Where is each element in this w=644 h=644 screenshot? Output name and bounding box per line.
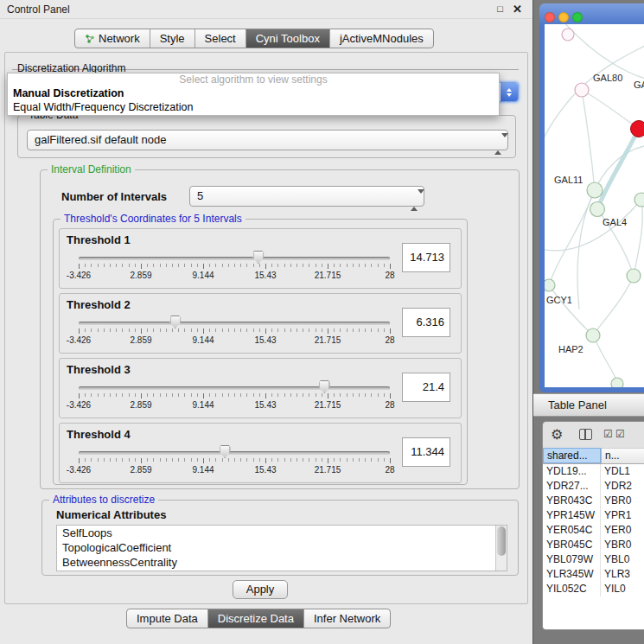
threshold-label: Threshold 2 bbox=[67, 298, 131, 311]
list-item[interactable]: SelfLoops bbox=[57, 526, 507, 540]
threshold-2-slider[interactable] bbox=[79, 322, 390, 325]
threshold-3-slider[interactable] bbox=[79, 386, 390, 390]
tab-style[interactable]: Style bbox=[150, 29, 194, 48]
tick-label: 21.715 bbox=[315, 335, 341, 345]
network-node[interactable] bbox=[587, 182, 603, 198]
network-node[interactable] bbox=[634, 193, 644, 207]
tick-label: 2.859 bbox=[130, 271, 151, 280]
tab-label: Network bbox=[99, 29, 140, 48]
tab-network[interactable]: Network bbox=[75, 29, 150, 48]
table-toolbar: ⚙ ☑ ☑ bbox=[543, 422, 644, 448]
slider-major-ticks bbox=[79, 458, 391, 463]
network-node[interactable] bbox=[627, 269, 641, 283]
minimize-traffic-light-icon[interactable] bbox=[558, 12, 569, 22]
dropdown-option-manual-discretization[interactable]: Manual Discretization bbox=[8, 86, 499, 100]
tab-infer-network[interactable]: Infer Network bbox=[303, 609, 390, 628]
float-window-icon[interactable]: □ bbox=[497, 3, 503, 14]
list-item[interactable]: BetweennessCentrality bbox=[57, 555, 507, 570]
tab-label: Select bbox=[205, 29, 236, 48]
node-label: GAL4 bbox=[603, 217, 627, 227]
threshold-3-value-field[interactable]: 21.4 bbox=[402, 373, 450, 402]
combo-stepper-icon[interactable] bbox=[501, 83, 518, 101]
list-item[interactable]: TopologicalCoefficient bbox=[57, 540, 507, 555]
threshold-1-slider[interactable] bbox=[79, 257, 390, 260]
threshold-4-slider[interactable] bbox=[79, 451, 390, 455]
apply-button[interactable]: Apply bbox=[233, 580, 288, 599]
node-label: GA bbox=[634, 80, 644, 90]
network-node-selected[interactable] bbox=[631, 121, 644, 137]
table-data-combobox[interactable]: galFiltered.sif default node bbox=[27, 130, 508, 150]
threshold-label: Threshold 3 bbox=[67, 363, 131, 376]
tick-label: 2.859 bbox=[130, 465, 151, 475]
table-panel-header[interactable]: Table Panel bbox=[533, 393, 644, 417]
select-some-checkbox-icon[interactable]: ☑ bbox=[615, 428, 625, 440]
table-row[interactable]: YBR043CYBR0 bbox=[543, 494, 644, 508]
control-panel-tabs: Network Style Select Cyni Toolbox jActiv… bbox=[74, 29, 434, 48]
table-row[interactable]: YBL079WYBL0 bbox=[543, 552, 644, 567]
tab-select[interactable]: Select bbox=[194, 29, 245, 48]
tab-label: Style bbox=[160, 29, 185, 48]
tab-label: Discretize Data bbox=[218, 609, 294, 628]
network-icon bbox=[85, 34, 95, 44]
tick-label: 15.43 bbox=[254, 400, 276, 410]
tab-cyni-toolbox[interactable]: Cyni Toolbox bbox=[245, 29, 329, 48]
node-label: GCY1 bbox=[546, 295, 572, 305]
tab-label: Impute Data bbox=[137, 609, 198, 628]
column-header-shared-name[interactable]: shared... bbox=[543, 448, 601, 463]
slider-thumb[interactable] bbox=[319, 380, 330, 393]
network-node[interactable] bbox=[575, 83, 589, 97]
network-node[interactable] bbox=[562, 29, 574, 41]
table-row[interactable]: YBR045CYBR0 bbox=[543, 538, 644, 552]
tick-label: -3.426 bbox=[67, 400, 91, 410]
tab-impute-data[interactable]: Impute Data bbox=[127, 609, 207, 628]
dropdown-option-equal-width-frequency[interactable]: Equal Width/Frequency Discretization bbox=[8, 100, 499, 114]
table-row[interactable]: YLR345WYLR3 bbox=[543, 567, 644, 582]
network-node[interactable] bbox=[590, 202, 605, 217]
tab-jactivemnodules[interactable]: jActiveMNodules bbox=[329, 29, 433, 48]
network-node[interactable] bbox=[586, 328, 600, 342]
table-data-value: galFiltered.sif default node bbox=[35, 133, 166, 146]
network-node[interactable] bbox=[611, 378, 623, 387]
table-row[interactable]: YER054CYER0 bbox=[543, 523, 644, 538]
number-of-intervals-combobox[interactable]: 5 bbox=[189, 186, 424, 207]
control-panel-titlebar: Control Panel □ ✕ bbox=[0, 0, 532, 19]
cyni-mode-tabs: Impute Data Discretize Data Infer Networ… bbox=[126, 609, 391, 628]
slider-thumb[interactable] bbox=[220, 445, 231, 458]
tick-label: 15.43 bbox=[254, 271, 276, 280]
tick-label: 9.144 bbox=[192, 335, 214, 345]
algorithm-dropdown-popup: Select algorithm to view settings Manual… bbox=[7, 73, 500, 116]
scrollbar-thumb[interactable] bbox=[497, 526, 506, 556]
network-node[interactable] bbox=[545, 279, 555, 291]
table-row[interactable]: YDR27...YDR2 bbox=[543, 479, 644, 494]
threshold-1-value-field[interactable]: 14.713 bbox=[402, 243, 450, 272]
table-row[interactable]: YDL19...YDL1 bbox=[543, 464, 644, 479]
list-scrollbar[interactable] bbox=[495, 526, 507, 571]
tick-label: -3.426 bbox=[67, 465, 91, 475]
network-canvas[interactable]: GAL80 GA GAL11 GAL4 GCY1 HAP2 bbox=[545, 24, 644, 387]
tick-label: 21.715 bbox=[315, 465, 341, 475]
table-data-group: Table Data galFiltered.sif default node bbox=[17, 115, 516, 158]
table-row[interactable]: YIL052CYIL0 bbox=[543, 582, 644, 596]
table-row[interactable]: YPR145WYPR1 bbox=[543, 508, 644, 523]
threshold-4-value-field[interactable]: 11.344 bbox=[402, 437, 450, 467]
dropdown-placeholder: Select algorithm to view settings bbox=[8, 73, 499, 86]
attributes-group: Attributes to discretize Numerical Attri… bbox=[41, 500, 519, 576]
slider-thumb[interactable] bbox=[252, 251, 264, 264]
gear-icon[interactable]: ⚙ bbox=[551, 426, 563, 443]
select-all-checkbox-icon[interactable]: ☑ bbox=[603, 428, 613, 440]
column-header-name[interactable]: n... bbox=[601, 448, 644, 463]
thresholds-group-label: Threshold's Coordinates for 5 Intervals bbox=[61, 213, 245, 225]
zoom-traffic-light-icon[interactable] bbox=[572, 12, 583, 22]
control-panel-window: Control Panel □ ✕ Network Style Select C… bbox=[0, 0, 533, 644]
slider-thumb[interactable] bbox=[169, 316, 181, 328]
tab-discretize-data[interactable]: Discretize Data bbox=[207, 609, 303, 628]
close-icon[interactable]: ✕ bbox=[513, 3, 522, 16]
combo-stepper-icon bbox=[494, 135, 503, 154]
close-traffic-light-icon[interactable] bbox=[545, 12, 555, 22]
tick-label: 9.144 bbox=[192, 271, 214, 280]
tick-label: 21.715 bbox=[315, 400, 341, 410]
threshold-2-value-field[interactable]: 6.316 bbox=[402, 308, 450, 337]
table-header-row: shared... n... bbox=[543, 448, 644, 464]
slider-major-ticks bbox=[79, 264, 391, 269]
columns-icon[interactable] bbox=[579, 429, 592, 440]
